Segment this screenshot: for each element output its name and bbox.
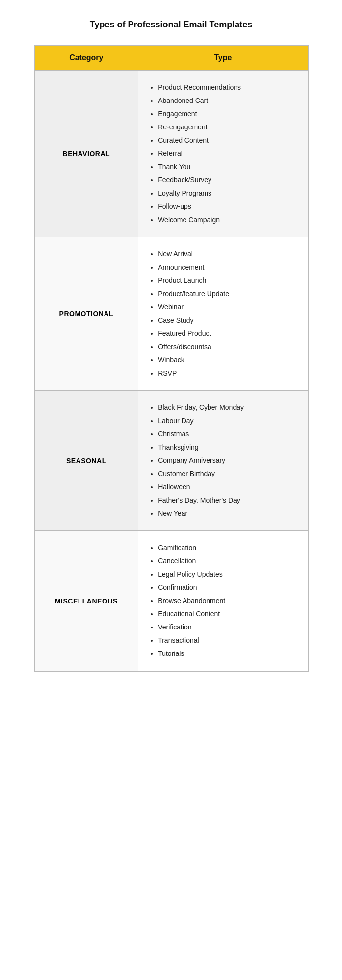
list-item: Father's Day, Mother's Day	[158, 495, 297, 505]
list-item: Loyalty Programs	[158, 188, 297, 199]
list-item: New Year	[158, 508, 297, 519]
list-item: Referral	[158, 149, 297, 159]
list-item: Offers/discountsa	[158, 342, 297, 352]
list-item: Engagement	[158, 109, 297, 119]
type-cell-miscellaneous: GamificationCancellationLegal Policy Upd…	[138, 531, 308, 671]
list-item: Announcement	[158, 262, 297, 273]
list-item: Customer Birthday	[158, 469, 297, 479]
list-item: Case Study	[158, 315, 297, 326]
list-item: Gamification	[158, 543, 297, 553]
category-cell-promotional: PROMOTIONAL	[34, 237, 138, 391]
list-item: Re-engagement	[158, 122, 297, 132]
list-item: Cancellation	[158, 556, 297, 566]
list-item: Confirmation	[158, 582, 297, 593]
list-item: Webinar	[158, 302, 297, 312]
list-item: Transactional	[158, 635, 297, 646]
list-item: Tutorials	[158, 649, 297, 659]
table-row: PROMOTIONALNew ArrivalAnnouncementProduc…	[34, 237, 308, 391]
main-table: Category Type BEHAVIORALProduct Recommen…	[34, 45, 309, 672]
type-header: Type	[138, 46, 308, 71]
type-list: GamificationCancellationLegal Policy Upd…	[148, 543, 297, 659]
table-row: MISCELLANEOUSGamificationCancellationLeg…	[34, 531, 308, 671]
table-header-row: Category Type	[34, 46, 308, 71]
list-item: Feedback/Survey	[158, 175, 297, 185]
list-item: Black Friday, Cyber Monday	[158, 402, 297, 413]
list-item: Winback	[158, 355, 297, 365]
type-list: Product RecommendationsAbandoned CartEng…	[148, 82, 297, 225]
list-item: Verification	[158, 622, 297, 632]
list-item: Labour Day	[158, 416, 297, 426]
list-item: Featured Product	[158, 328, 297, 339]
list-item: Educational Content	[158, 609, 297, 619]
type-cell-promotional: New ArrivalAnnouncementProduct LaunchPro…	[138, 237, 308, 391]
list-item: Product/feature Update	[158, 289, 297, 299]
category-cell-behavioral: BEHAVIORAL	[34, 71, 138, 237]
category-cell-seasonal: SEASONAL	[34, 391, 138, 531]
table-row: BEHAVIORALProduct RecommendationsAbandon…	[34, 71, 308, 237]
list-item: Abandoned Cart	[158, 96, 297, 106]
type-cell-behavioral: Product RecommendationsAbandoned CartEng…	[138, 71, 308, 237]
list-item: Browse Abandonment	[158, 596, 297, 606]
list-item: RSVP	[158, 368, 297, 378]
table-row: SEASONALBlack Friday, Cyber MondayLabour…	[34, 391, 308, 531]
list-item: Welcome Campaign	[158, 215, 297, 225]
list-item: Thank You	[158, 162, 297, 172]
list-item: Product Recommendations	[158, 82, 297, 93]
page-title: Types of Professional Email Templates	[90, 20, 252, 30]
list-item: Product Launch	[158, 276, 297, 286]
type-list: Black Friday, Cyber MondayLabour DayChri…	[148, 402, 297, 519]
list-item: Halloween	[158, 482, 297, 492]
category-header: Category	[34, 46, 138, 71]
type-cell-seasonal: Black Friday, Cyber MondayLabour DayChri…	[138, 391, 308, 531]
category-cell-miscellaneous: MISCELLANEOUS	[34, 531, 138, 671]
list-item: Company Anniversary	[158, 455, 297, 466]
list-item: Legal Policy Updates	[158, 569, 297, 579]
list-item: Thanksgiving	[158, 442, 297, 452]
list-item: Follow-ups	[158, 201, 297, 212]
list-item: New Arrival	[158, 249, 297, 259]
list-item: Curated Content	[158, 135, 297, 146]
list-item: Christmas	[158, 429, 297, 439]
type-list: New ArrivalAnnouncementProduct LaunchPro…	[148, 249, 297, 378]
